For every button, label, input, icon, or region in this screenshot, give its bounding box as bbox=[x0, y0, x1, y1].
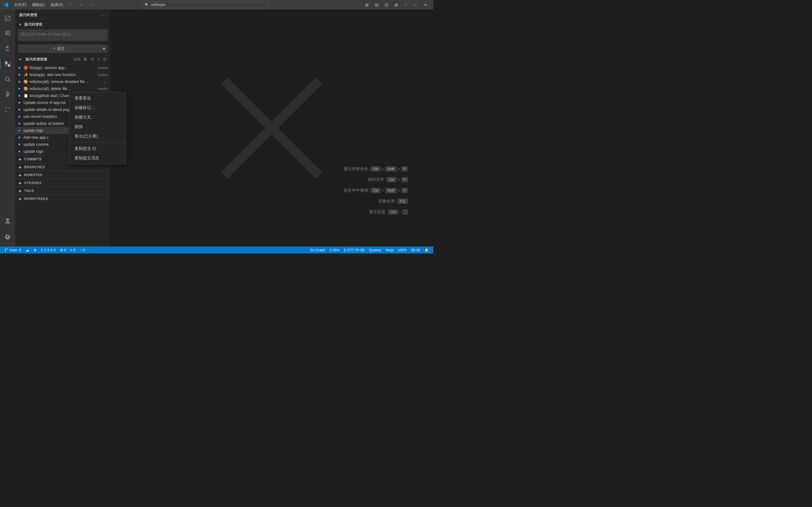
commit-message-input[interactable] bbox=[18, 30, 107, 41]
context-menu-copy-id[interactable]: 复制提交 ID bbox=[69, 144, 126, 153]
menu-select[interactable]: 选择(S) bbox=[48, 2, 66, 8]
commit-author: r... bbox=[104, 80, 107, 83]
statusbar-errors[interactable]: ⊗ 0 ⚠ 0 bbox=[58, 246, 77, 253]
statusbar-quokka[interactable]: Quokka bbox=[367, 246, 383, 253]
maximize-button[interactable]: □ bbox=[410, 0, 420, 9]
main-content: 显示所有命令 Ctrl + Shift + P 转到文件 Ctrl + P 在文 bbox=[110, 9, 433, 246]
titlebar-search[interactable]: 🔍 bbox=[142, 1, 269, 8]
statusbar-remote-count[interactable]: ⑂ 0 bbox=[78, 246, 87, 253]
main-layout: 源代码管理 ··· ▾ 源代码管理 ✓ 提交 ▾ ▾ bbox=[0, 9, 433, 246]
git-settings-icon[interactable]: ⚙ bbox=[83, 56, 88, 62]
sidebar-header-actions: ··· bbox=[100, 12, 106, 18]
scm-section-header[interactable]: ▾ 源代码管理 bbox=[15, 20, 110, 28]
zoom-level: 100% bbox=[398, 248, 407, 252]
commit-item[interactable]: 🔴fix(app): remove app... rowink bbox=[15, 64, 110, 71]
git-graph-header-right: 自动 ⚙ ↺ ⑂ ⟳ bbox=[73, 56, 107, 62]
close-button[interactable]: ✕ bbox=[420, 0, 431, 9]
key-shift: Shift bbox=[385, 166, 397, 171]
branch-icon bbox=[4, 248, 8, 252]
statusbar-time[interactable]: 00:39 bbox=[409, 246, 422, 253]
key-plus: + bbox=[382, 188, 384, 192]
remotes-section: ▶ REMOTES bbox=[15, 171, 110, 179]
remotes-label: REMOTES bbox=[24, 173, 43, 177]
toggle-editor-button[interactable]: ⊡ bbox=[382, 2, 391, 8]
statusbar: main ↺ ☁ ⊗ 1 2 3 4 5 ⊗ 0 ⚠ 0 ⑂ 0 Git Gra… bbox=[0, 246, 433, 253]
worktrees-section: ▶ WORKTREES bbox=[15, 194, 110, 203]
activity-search[interactable] bbox=[0, 26, 15, 41]
memory-value: 6.27/7.79 GB bbox=[344, 248, 365, 252]
branches-label: BRANCHES bbox=[24, 165, 45, 169]
commit-btn-row: ✓ 提交 ▾ bbox=[15, 43, 110, 54]
activity-source-control[interactable] bbox=[0, 56, 15, 72]
scm-section: ▾ 源代码管理 ✓ 提交 ▾ bbox=[15, 20, 110, 54]
statusbar-remote2[interactable]: ⊗ bbox=[32, 246, 38, 253]
activity-find[interactable] bbox=[0, 72, 15, 87]
statusbar-git-graph[interactable]: Git Graph bbox=[308, 246, 327, 253]
activity-account[interactable] bbox=[0, 214, 15, 229]
context-menu-cherry-pick[interactable]: 挑拣 bbox=[69, 122, 126, 131]
git-graph-header[interactable]: ▾ 源代码管理图 自动 ⚙ ↺ ⑂ ⟳ bbox=[15, 54, 110, 64]
context-menu-view-changes[interactable]: 查看更改 bbox=[69, 94, 126, 103]
toggle-panel-button[interactable]: ⊟ bbox=[372, 2, 381, 8]
search-input[interactable] bbox=[151, 3, 266, 7]
statusbar-notification[interactable]: 🔔 bbox=[422, 246, 431, 253]
shortcut-label: 转到文件 bbox=[368, 177, 384, 182]
shortcut-goto-file: 转到文件 Ctrl + P bbox=[344, 177, 408, 182]
menu-more[interactable]: ··· bbox=[66, 2, 74, 8]
svg-point-2 bbox=[9, 107, 10, 109]
statusbar-zoom[interactable]: 100% bbox=[396, 246, 409, 253]
ninja-label: Ninja bbox=[386, 248, 393, 252]
statusbar-memory[interactable]: 6.27/7.79 GB bbox=[342, 246, 367, 253]
commit-item[interactable]: ✨feat(app): add new function rowink bbox=[15, 71, 110, 78]
menu-file[interactable]: 文件(F) bbox=[11, 2, 29, 8]
sidebar-more-button[interactable]: ··· bbox=[100, 12, 106, 18]
commit-item[interactable]: 🎨refactor(all): remove disabled file ...… bbox=[15, 78, 110, 85]
sidebar-header: 源代码管理 ··· bbox=[15, 9, 110, 20]
worktrees-label: WORKTREES bbox=[24, 197, 48, 201]
activity-explorer[interactable] bbox=[0, 11, 15, 26]
git-branch-icon[interactable]: ⑂ bbox=[97, 56, 101, 62]
activity-extensions[interactable] bbox=[0, 41, 15, 56]
commit-button[interactable]: ✓ 提交 bbox=[18, 44, 100, 53]
commit-dot bbox=[18, 143, 21, 146]
statusbar-percent[interactable]: 2.35% bbox=[328, 246, 341, 253]
key-p: P bbox=[401, 177, 408, 182]
worktrees-header[interactable]: ▶ WORKTREES bbox=[15, 195, 110, 203]
activity-bottom bbox=[0, 214, 15, 244]
warnings-count: ⚠ 0 bbox=[69, 248, 75, 252]
stashes-header[interactable]: ▶ STASHES bbox=[15, 179, 110, 187]
statusbar-line-numbers[interactable]: 1 2 3 4 5 bbox=[39, 246, 58, 253]
commit-author: rowink bbox=[97, 66, 107, 70]
key-ctrl: Ctrl bbox=[387, 177, 397, 182]
git-sync-icon[interactable]: ⟳ bbox=[102, 56, 107, 62]
statusbar-branch[interactable]: main ↺ bbox=[3, 246, 23, 253]
activity-git[interactable] bbox=[0, 102, 15, 117]
titlebar-menus: 文件(F) 编辑(E) 选择(S) ··· bbox=[11, 2, 74, 8]
nav-forward-button[interactable]: → bbox=[87, 2, 95, 8]
branches-chevron-icon: ▶ bbox=[18, 164, 23, 170]
context-menu-create-branch[interactable]: 创建分支... bbox=[69, 112, 126, 122]
git-refresh-icon[interactable]: ↺ bbox=[90, 56, 95, 62]
commit-dropdown-button[interactable]: ▾ bbox=[100, 45, 107, 53]
tags-header[interactable]: ▶ TAGS bbox=[15, 187, 110, 194]
context-menu-copy-message[interactable]: 复制提交消息 bbox=[69, 153, 126, 163]
statusbar-remote[interactable]: ☁ bbox=[24, 246, 31, 253]
activity-settings[interactable] bbox=[0, 229, 15, 244]
activity-debug[interactable] bbox=[0, 87, 15, 102]
shortcut-label: 切换全屏 bbox=[378, 199, 395, 204]
customize-layout-button[interactable]: ⊞ bbox=[392, 2, 401, 8]
toggle-sidebar-button[interactable]: ⊞ bbox=[362, 2, 371, 8]
commit-item[interactable]: 🎨refactor(all): delete file... rowink bbox=[15, 85, 110, 92]
line-number-2: 2 bbox=[44, 248, 46, 252]
context-menu-checkout[interactable]: 签出(已分离) bbox=[69, 131, 126, 141]
menu-edit[interactable]: 编辑(E) bbox=[30, 2, 47, 8]
minimize-button[interactable]: ─ bbox=[401, 0, 411, 9]
key-f11: F11 bbox=[397, 199, 408, 204]
remotes-header[interactable]: ▶ REMOTES bbox=[15, 171, 110, 179]
statusbar-ninja[interactable]: Ninja bbox=[384, 246, 395, 253]
key-plus: + bbox=[382, 167, 384, 171]
commit-dot bbox=[18, 66, 21, 69]
key-plus: + bbox=[398, 167, 400, 171]
nav-back-button[interactable]: ← bbox=[77, 2, 85, 8]
context-menu-create-tag[interactable]: 创建标记... bbox=[69, 103, 126, 112]
